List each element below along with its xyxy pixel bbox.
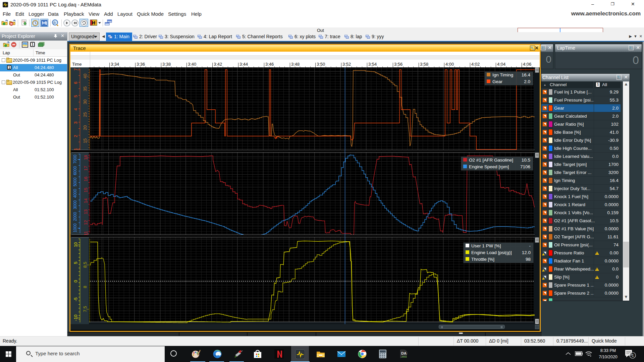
svg-text:2018: 2018 [401, 356, 407, 358]
svg-text:1: 1 [632, 353, 634, 357]
svg-text:fx: fx [53, 21, 56, 24]
svg-text:DA: DA [401, 351, 407, 355]
